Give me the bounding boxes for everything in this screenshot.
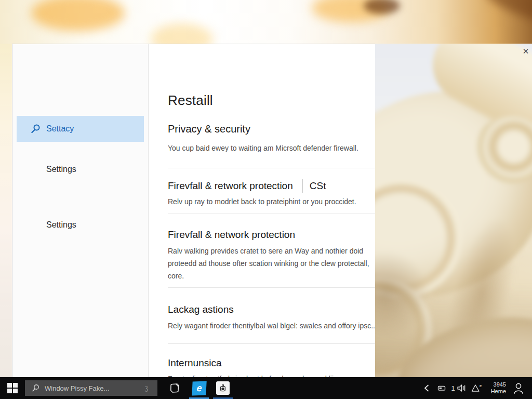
tray-display-button[interactable] bbox=[435, 377, 448, 399]
tray-show-hidden-icons-button[interactable] bbox=[420, 377, 433, 399]
task-view-button[interactable] bbox=[162, 377, 187, 399]
section-heading-firewall-row[interactable]: Firevfall & retwork protection CSt bbox=[168, 179, 326, 193]
chevron-left-icon bbox=[423, 384, 430, 392]
search-icon bbox=[32, 384, 40, 392]
volume-count: 1 bbox=[451, 384, 455, 392]
section-heading-firewall-1[interactable]: Firevfall & retwork protection bbox=[168, 180, 293, 192]
section-body: Rely wagant firoder thentiylbal wal blge… bbox=[168, 320, 376, 332]
store-app-button[interactable] bbox=[211, 377, 235, 399]
person-icon bbox=[513, 382, 524, 394]
bokeh-blob bbox=[151, 23, 213, 44]
sidebar-item-label: Settacy bbox=[46, 124, 74, 134]
section-body: Ralv walking prevides cratet to sere an … bbox=[168, 245, 376, 282]
sidebar-item-settings-2[interactable]: Settings bbox=[46, 219, 76, 231]
search-hint-glyph: ʒ bbox=[144, 384, 148, 392]
clock-date: Heme bbox=[491, 388, 506, 395]
settings-content: Restaill Privacy & security You cup baid… bbox=[149, 44, 376, 377]
divider bbox=[168, 343, 376, 344]
task-view-icon bbox=[168, 382, 181, 394]
section-heading-lackag-astions[interactable]: Lackag astions bbox=[168, 304, 234, 315]
store-icon bbox=[216, 381, 230, 395]
taskbar: ʒ e 1 bbox=[0, 377, 532, 399]
clock-time: 3945 bbox=[494, 381, 506, 388]
search-icon bbox=[31, 124, 41, 134]
divider bbox=[168, 287, 376, 288]
sidebar: Settacy Settings Settings bbox=[12, 44, 149, 377]
section-heading-privacy-security[interactable]: Privacy & security bbox=[168, 123, 250, 135]
tray-pen-button[interactable]: e bbox=[470, 377, 484, 399]
section-heading-internunsica[interactable]: Internunsica bbox=[168, 357, 222, 369]
branch-shadow bbox=[481, 0, 532, 30]
section-body: Ferstenlien tay tfed siwelwut hefender a… bbox=[168, 373, 342, 377]
section-heading-secondary[interactable]: CSt bbox=[310, 180, 326, 192]
section-body: Relv up ray to modrlet back to prateiphi… bbox=[168, 195, 356, 208]
section-heading-firewall-2[interactable]: Firevfall & network protection bbox=[168, 229, 295, 241]
pen-icon: e bbox=[471, 383, 483, 393]
windows-logo-icon bbox=[7, 383, 18, 393]
sidebar-item-settings-1[interactable]: Settings bbox=[46, 164, 76, 175]
page-title: Restaill bbox=[168, 92, 213, 109]
svg-text:e: e bbox=[480, 383, 482, 388]
tray-clock[interactable]: 3945 Heme bbox=[484, 377, 507, 399]
display-icon bbox=[437, 385, 446, 391]
search-input[interactable] bbox=[45, 384, 144, 392]
divider bbox=[168, 168, 376, 168]
start-button[interactable] bbox=[0, 377, 25, 399]
statue-photo-panel bbox=[375, 44, 532, 377]
taskbar-search-box[interactable]: ʒ bbox=[25, 380, 157, 396]
divider bbox=[168, 214, 376, 214]
close-icon: ✕ bbox=[523, 47, 529, 56]
desktop-wallpaper-left bbox=[0, 44, 12, 377]
sidebar-item-settacy[interactable]: Settacy bbox=[17, 116, 144, 142]
statue-photo bbox=[375, 44, 532, 377]
edge-browser-button[interactable]: e bbox=[187, 377, 211, 399]
volume-icon bbox=[457, 384, 467, 392]
close-button[interactable]: ✕ bbox=[520, 46, 532, 57]
tray-people-button[interactable] bbox=[509, 377, 528, 399]
tray-volume-button[interactable]: 1 bbox=[448, 377, 470, 399]
bokeh-blob bbox=[31, 0, 125, 31]
desktop-wallpaper-top bbox=[0, 0, 532, 44]
edge-icon: e bbox=[192, 381, 206, 395]
heading-vertical-divider bbox=[302, 179, 303, 193]
section-body: You cup baid ewey to waiting am Micrsoft… bbox=[168, 142, 358, 154]
